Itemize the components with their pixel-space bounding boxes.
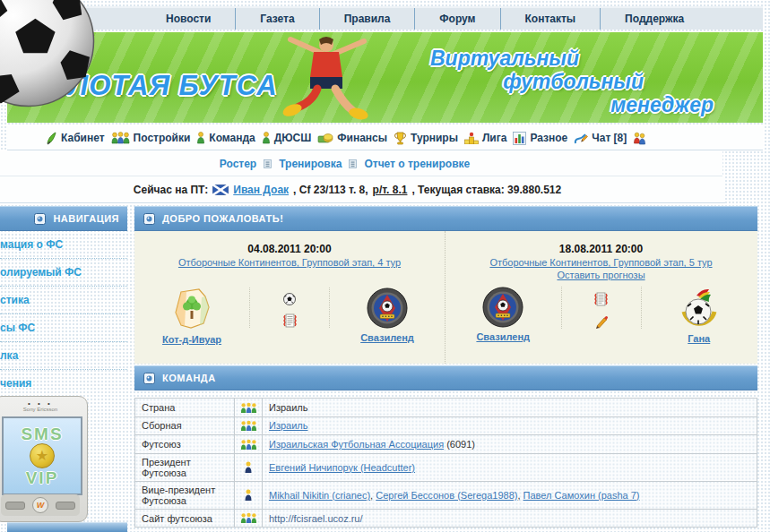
national-team-link[interactable]: Израиль <box>269 420 307 431</box>
match-date: 18.08.2011 20:00 <box>446 243 757 255</box>
menu-item-chat[interactable]: Чат [8] <box>574 132 627 145</box>
menu-item-league[interactable]: Лига <box>464 132 506 144</box>
row-label: Сайт футсоюза <box>135 509 235 528</box>
vice-president-link-2[interactable]: Сергей Бессонов (Serega1988) <box>376 490 517 501</box>
football-union-link[interactable]: Израильская Футбольная Ассоциация <box>269 439 444 450</box>
group-icon <box>240 402 257 414</box>
sidebar-item-statistics[interactable]: стика <box>0 287 127 314</box>
nav-forum[interactable]: Форум <box>414 8 499 30</box>
panel-icon <box>34 213 46 225</box>
player-link[interactable]: Иван Доак <box>233 184 289 196</box>
group-icon <box>240 420 257 432</box>
person-icon <box>244 461 253 474</box>
menu-label-cabinet: Кабинет <box>61 132 105 144</box>
match-links-column <box>249 287 330 328</box>
menu-label-chat: Чат [8] <box>592 132 627 144</box>
sub-menu: Ростер Тренировка Отчет о тренировке <box>0 151 722 176</box>
welcome-body: 04.08.2011 20:00 Отборочные Континентов,… <box>134 231 757 364</box>
sidebar-item-fs-info[interactable]: мация о ФС <box>0 231 127 259</box>
home-team-link[interactable]: Свазиленд <box>476 331 530 342</box>
ghana-logo[interactable] <box>679 287 720 330</box>
soccer-ball-image <box>0 0 95 107</box>
vice-president-link-3[interactable]: Павел Самохин (pasha 7) <box>523 490 640 501</box>
main-menu: Кабинет Постройки Команда ДЮСШ Финансы Т… <box>7 126 763 150</box>
nav-contacts[interactable]: Контакты <box>500 8 601 30</box>
phone-screen: SMS ★ VIP <box>2 416 82 495</box>
menu-item-finances[interactable]: Финансы <box>317 132 387 144</box>
bar-chart-icon <box>513 132 526 145</box>
tournament-link[interactable]: Отборочные Континентов, Групповой этап, … <box>446 257 757 268</box>
sidebar-item-assignments[interactable]: чения <box>0 370 127 397</box>
status-prefix: Сейчас на ПТ: <box>134 184 208 196</box>
sidebar-item-mailing[interactable]: лка <box>0 342 127 370</box>
phone-keypad: W <box>1 494 80 516</box>
nav-news[interactable]: Новости <box>142 8 235 30</box>
match-date: 04.08.2011 20:00 <box>134 243 445 255</box>
swaziland-logo[interactable] <box>367 287 408 329</box>
submenu-roster[interactable]: Ростер <box>220 158 256 170</box>
tagline-line-2: футбольный <box>430 70 644 93</box>
walkman-logo: W <box>32 497 48 513</box>
phone-key <box>56 502 75 510</box>
menu-label-finances: Финансы <box>337 132 387 144</box>
menu-label-league: Лига <box>482 132 506 144</box>
menu-item-buildings[interactable]: Постройки <box>111 132 191 144</box>
submenu-training-report[interactable]: Отчет о тренировке <box>364 158 470 170</box>
sidebar-nav: мация о ФС олируемый ФС стика сы ФС лка … <box>0 231 127 397</box>
prediction-pencil-icon[interactable] <box>594 314 609 329</box>
status-bar: Сейчас на ПТ: Иван Доак , Cf 23/113 т. 8… <box>0 176 725 203</box>
menu-item-misc[interactable]: Разное <box>513 132 567 145</box>
rate-link[interactable]: р/т. 8.1 <box>373 184 408 196</box>
team-title: КОМАНДА <box>162 373 216 383</box>
sidebar-item-controlled-fs[interactable]: олируемый ФС <box>0 259 127 287</box>
page: Новости Газета Правила Форум Контакты По… <box>0 0 770 532</box>
menu-item-team[interactable]: Команда <box>196 132 255 144</box>
table-row-union-site: Сайт футсоюза http://fcisrael.ucoz.ru/ <box>135 509 757 528</box>
table-row-vice-president: Вице-президент Футсоюза Mikhail Nikitin … <box>135 481 757 509</box>
president-link[interactable]: Евгений Ничипорук (Headcutter) <box>269 462 415 473</box>
ball-icon[interactable] <box>283 293 296 305</box>
union-site-url[interactable]: http://fcisrael.ucoz.ru/ <box>269 513 363 524</box>
panel-icon <box>143 373 155 384</box>
row-label: Вице-президент Футсоюза <box>135 481 235 509</box>
match-report-icon[interactable] <box>283 313 297 328</box>
vice-president-link-1[interactable]: Mikhail Nikitin (crianec) <box>269 490 370 501</box>
table-row-football-union: Футсоюз Израильская Футбольная Ассоциаци… <box>135 435 757 454</box>
tournament-link[interactable]: Отборочные Континентов, Групповой этап, … <box>134 257 445 268</box>
vip-label: VIP <box>26 469 59 486</box>
ivory-coast-logo[interactable] <box>172 287 212 330</box>
menu-item-cabinet[interactable]: Кабинет <box>45 132 105 145</box>
quill-icon <box>45 132 57 145</box>
table-row-president: Президент Футсоюза Евгений Ничипорук (He… <box>135 453 757 481</box>
group-icon <box>240 439 257 450</box>
tagline-line-3: менеджер <box>430 93 714 116</box>
sidebar-item-fs-finances[interactable]: сы ФС <box>0 314 127 342</box>
home-team-link[interactable]: Кот-д-Ивуар <box>162 334 221 345</box>
menu-item-tournaments[interactable]: Турниры <box>394 132 458 145</box>
away-team-link[interactable]: Свазиленд <box>360 332 414 343</box>
row-label: Футсоюз <box>135 435 235 454</box>
match-teams-row: Свазиленд Гана <box>446 287 757 344</box>
money-icon <box>317 133 333 144</box>
submenu-training[interactable]: Тренировка <box>279 158 342 170</box>
table-row-country: Страна Израиль <box>135 399 757 417</box>
away-team-link[interactable]: Гана <box>688 333 710 344</box>
predictions-link[interactable]: Оставить прогнозы <box>446 270 757 280</box>
next-section-header-peek <box>7 522 127 532</box>
users-online-icon[interactable] <box>633 132 646 145</box>
nav-gazette[interactable]: Газета <box>235 8 318 30</box>
match-report-icon[interactable] <box>594 292 608 306</box>
panel-icon <box>143 213 155 225</box>
nav-rules[interactable]: Правила <box>319 8 415 30</box>
menu-label-team: Команда <box>209 132 255 144</box>
menu-label-youth-school: ДЮСШ <box>274 132 312 144</box>
swaziland-logo[interactable] <box>482 287 523 328</box>
nav-support[interactable]: Поддержка <box>600 8 708 30</box>
menu-item-youth-school[interactable]: ДЮСШ <box>262 132 312 144</box>
sms-vip-ad[interactable]: • • • Sony Ericsson SMS ★ VIP W <box>0 396 88 522</box>
coin-star-icon: ★ <box>30 443 55 468</box>
podium-icon <box>464 132 479 144</box>
row-value: Израиль <box>263 399 757 417</box>
status-middle: , Cf 23/113 т. 8, <box>293 184 368 196</box>
phone-key <box>5 502 25 510</box>
